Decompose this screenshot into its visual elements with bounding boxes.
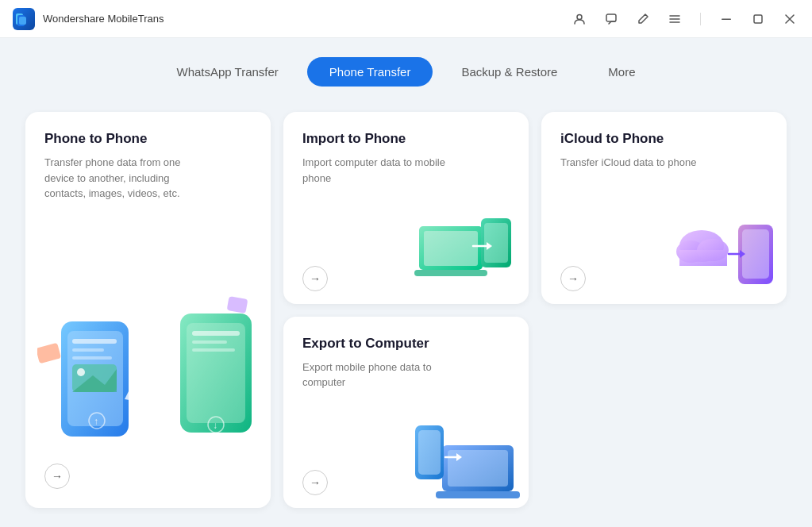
title-bar-controls (570, 10, 799, 29)
svg-point-13 (77, 368, 85, 376)
card-desc-import: Import computer data to mobile phone (302, 155, 461, 186)
svg-rect-18 (192, 340, 227, 344)
tab-phone[interactable]: Phone Transfer (307, 57, 433, 87)
svg-marker-40 (740, 250, 745, 258)
svg-rect-32 (484, 223, 508, 263)
svg-rect-28 (419, 226, 483, 270)
arrow-export[interactable]: → (302, 470, 328, 495)
svg-rect-5 (722, 18, 731, 20)
svg-rect-11 (72, 356, 112, 360)
svg-rect-12 (72, 364, 117, 392)
minimize-button[interactable] (717, 10, 736, 29)
svg-rect-15 (180, 314, 252, 433)
icloud-illustration (668, 202, 783, 298)
menu-icon[interactable] (665, 10, 684, 29)
card-desc-export: Export mobile phone data to computer (302, 360, 461, 390)
main-content: WhatsApp Transfer Phone Transfer Backup … (0, 38, 812, 527)
svg-rect-34 (738, 225, 773, 284)
svg-rect-44 (415, 425, 444, 479)
close-button[interactable] (780, 10, 799, 29)
cards-grid: Phone to Phone Transfer phone data from … (25, 112, 787, 508)
card-title-export: Export to Computer (302, 336, 510, 352)
title-bar: Wondershare MobileTrans (0, 0, 812, 38)
app-icon (13, 8, 35, 30)
svg-rect-45 (418, 430, 441, 475)
edit-icon[interactable] (633, 10, 652, 29)
svg-rect-31 (481, 218, 511, 267)
card-title-phone-to-phone: Phone to Phone (44, 131, 252, 147)
card-desc-icloud: Transfer iCloud data to phone (560, 155, 719, 171)
svg-rect-2 (19, 17, 26, 25)
card-phone-to-phone[interactable]: Phone to Phone Transfer phone data from … (25, 112, 271, 508)
separator (700, 13, 701, 25)
svg-rect-7 (61, 321, 129, 437)
import-illustration (411, 202, 522, 298)
svg-marker-14 (72, 369, 117, 392)
svg-rect-8 (67, 331, 123, 426)
svg-point-3 (577, 14, 582, 19)
svg-rect-4 (606, 14, 616, 21)
svg-rect-16 (187, 323, 245, 423)
svg-point-38 (697, 239, 729, 261)
maximize-button[interactable] (749, 10, 768, 29)
export-illustration (410, 410, 525, 508)
svg-rect-30 (414, 270, 487, 276)
svg-point-36 (679, 230, 724, 262)
svg-text:↓: ↓ (213, 420, 217, 431)
card-title-import: Import to Phone (302, 131, 510, 147)
svg-marker-46 (456, 453, 462, 461)
arrow-phone-to-phone[interactable]: → (44, 464, 70, 489)
card-title-icloud: iCloud to Phone (560, 131, 768, 147)
svg-text:↑: ↑ (94, 416, 98, 427)
svg-rect-6 (754, 15, 762, 23)
card-icloud-to-phone[interactable]: iCloud to Phone Transfer iCloud data to … (541, 112, 787, 304)
phone-to-phone-illustration: ↑ ↓ (37, 282, 267, 464)
svg-point-24 (89, 413, 105, 429)
tab-whatsapp[interactable]: WhatsApp Transfer (154, 57, 300, 87)
card-export-to-computer[interactable]: Export to Computer Export mobile phone d… (283, 317, 529, 509)
svg-rect-39 (679, 250, 727, 266)
svg-marker-21 (125, 391, 134, 401)
svg-marker-33 (487, 242, 492, 250)
user-icon[interactable] (570, 10, 589, 29)
feedback-icon[interactable] (602, 10, 621, 29)
svg-rect-35 (742, 229, 769, 279)
card-import-to-phone[interactable]: Import to Phone Import computer data to … (283, 112, 529, 304)
card-desc-phone-to-phone: Transfer phone data from one device to a… (44, 155, 203, 202)
svg-rect-43 (436, 491, 520, 498)
svg-rect-23 (227, 296, 248, 314)
tab-more[interactable]: More (586, 57, 657, 87)
arrow-icloud[interactable]: → (560, 266, 586, 291)
svg-rect-41 (442, 445, 514, 491)
svg-point-26 (208, 417, 224, 433)
svg-point-37 (676, 240, 705, 263)
nav-tabs: WhatsApp Transfer Phone Transfer Backup … (25, 57, 787, 87)
svg-rect-17 (192, 331, 240, 336)
svg-rect-10 (72, 348, 104, 352)
svg-rect-42 (448, 450, 508, 487)
title-bar-left: Wondershare MobileTrans (13, 8, 164, 30)
tab-backup[interactable]: Backup & Restore (439, 57, 579, 87)
svg-rect-9 (72, 339, 117, 344)
svg-rect-19 (192, 348, 235, 352)
svg-rect-29 (424, 231, 478, 266)
svg-marker-20 (168, 348, 180, 358)
svg-rect-22 (37, 343, 61, 364)
arrow-import[interactable]: → (302, 266, 328, 291)
app-title: Wondershare MobileTrans (43, 13, 164, 25)
